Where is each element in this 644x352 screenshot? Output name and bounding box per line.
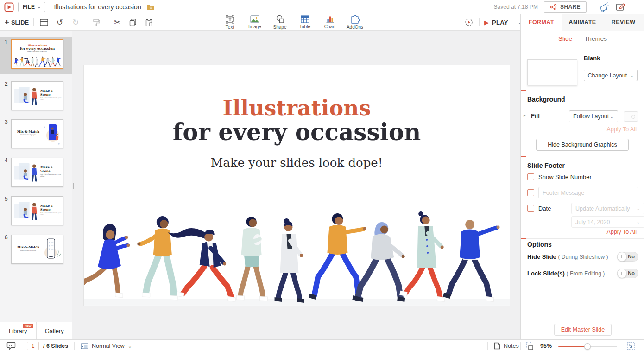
current-slide-input[interactable]: 1 bbox=[27, 342, 39, 350]
edit-master-slide-button[interactable]: Edit Master Slide bbox=[554, 324, 612, 336]
tab-review[interactable]: REVIEW bbox=[603, 14, 644, 31]
footer-message-input[interactable] bbox=[538, 187, 638, 198]
slide-thumbnail-row-3[interactable]: 3 Mix-&-Match Illustrations of people. bbox=[0, 117, 72, 154]
share-button[interactable]: SHARE bbox=[544, 1, 587, 13]
tab-animate[interactable]: ANIMATE bbox=[562, 14, 603, 31]
comments-icon[interactable] bbox=[6, 341, 17, 351]
insert-text-button[interactable]: Text bbox=[217, 14, 242, 31]
view-mode-select[interactable]: Normal View ⌄ bbox=[81, 340, 132, 352]
sidebar-bottom-tabs: Library New Gallery bbox=[0, 322, 72, 339]
slide-number: 4 bbox=[5, 157, 8, 164]
copy-icon[interactable] bbox=[127, 17, 139, 28]
footer-message-checkbox[interactable] bbox=[527, 189, 534, 196]
slide-thumbnail-row-2[interactable]: 2 Make a Scene. Add a bit of ambience to… bbox=[0, 79, 72, 116]
layout-preview[interactable] bbox=[527, 59, 577, 85]
thumb-scene-illustration bbox=[13, 200, 39, 221]
slide-thumbnail[interactable]: Make a Scene. Add a bit of ambience to y… bbox=[11, 158, 63, 187]
tab-format[interactable]: FORMAT bbox=[521, 14, 562, 31]
slide-subtitle[interactable]: Make your slides look dope! bbox=[84, 156, 510, 170]
feedback-icon[interactable] bbox=[616, 3, 625, 12]
thumb-title2: for every occassion bbox=[12, 47, 63, 51]
zoom-slider[interactable] bbox=[558, 346, 617, 347]
editor-canvas[interactable]: Illustrations for every occassion Make y… bbox=[72, 31, 520, 339]
saved-status: Saved at 7:18 PM bbox=[494, 4, 538, 10]
resize-slide-icon[interactable] bbox=[525, 342, 534, 351]
insert-table-button[interactable]: Table bbox=[292, 14, 317, 31]
fit-to-screen-icon[interactable] bbox=[626, 342, 635, 351]
date-mode-select[interactable]: Update Automatically ⌄ bbox=[571, 203, 644, 214]
lock-slide-note: ( From Editing ) bbox=[567, 270, 605, 277]
footer-apply-to-all-link[interactable]: Apply To All bbox=[607, 229, 637, 235]
current-slide[interactable]: Illustrations for every occassion Make y… bbox=[83, 65, 510, 306]
date-value-select[interactable]: July 14, 2020 ⌄ bbox=[571, 216, 644, 228]
slide-thumbnail[interactable]: Make a Scene. Add a bit of ambience to y… bbox=[11, 196, 63, 225]
show-slide-number-checkbox[interactable] bbox=[527, 173, 534, 180]
slide-thumbnail[interactable]: Make a Scene. Add a bit of ambience to y… bbox=[11, 81, 63, 110]
presentation-app: FILE ⌄ Illustrations for every occasion … bbox=[0, 0, 644, 352]
insert-addons-label: AddOns bbox=[347, 25, 363, 30]
panel-resize-handle[interactable] bbox=[72, 181, 76, 191]
thumb-subtitle: Add a bit of ambience to your slides. bbox=[40, 97, 63, 101]
share-label: SHARE bbox=[560, 4, 581, 10]
subtab-themes[interactable]: Themes bbox=[584, 35, 607, 45]
change-layout-button[interactable]: Change Layout ⌄ bbox=[584, 70, 638, 81]
paste-icon[interactable] bbox=[143, 17, 154, 28]
hide-slide-toggle[interactable]: No bbox=[617, 252, 638, 262]
move-to-folder-icon[interactable] bbox=[147, 4, 155, 11]
slide-thumbnail-row-5[interactable]: 5 Make a Scene. Add a bit of ambience to… bbox=[0, 194, 72, 231]
slide-thumbnail[interactable]: Illustrations for every occassion Make y… bbox=[11, 39, 63, 69]
lock-slide-value: No bbox=[628, 270, 635, 276]
insert-shape-label: Shape bbox=[273, 25, 287, 30]
text-icon bbox=[226, 15, 234, 24]
add-slide-button[interactable]: + SLIDE bbox=[5, 19, 29, 26]
date-checkbox[interactable] bbox=[527, 205, 534, 212]
lock-slide-toggle[interactable]: No bbox=[617, 269, 638, 278]
gallery-label: Gallery bbox=[45, 327, 64, 334]
normal-view-icon bbox=[81, 343, 88, 349]
thumb-title: Mix-&-Match bbox=[15, 130, 41, 134]
slide-number: 3 bbox=[5, 119, 8, 125]
zoom-slider-knob[interactable] bbox=[584, 343, 591, 350]
slideshow-settings-icon[interactable] bbox=[463, 17, 474, 28]
redo-icon[interactable]: ↻ bbox=[70, 17, 81, 28]
app-logo-icon[interactable] bbox=[4, 2, 14, 12]
cut-icon[interactable]: ✂ bbox=[112, 17, 123, 28]
change-layout-label: Change Layout bbox=[587, 72, 627, 79]
slide-layout-icon[interactable] bbox=[38, 17, 50, 28]
slide-thumbnail-row-4[interactable]: 4 Make a Scene. Add a bit of ambience to… bbox=[0, 155, 72, 192]
insert-shape-button[interactable]: Shape bbox=[267, 14, 292, 31]
section-divider bbox=[521, 157, 644, 157]
thumb-subtitle: Illustrations of people. bbox=[15, 134, 41, 136]
slide-thumbnail[interactable]: Mix-&-Match Illustrations of people. bbox=[11, 119, 63, 148]
slide-thumbnail[interactable]: Mix-&-Match Illustrations of people. bbox=[11, 235, 63, 264]
hide-background-graphics-button[interactable]: Hide Background Graphics bbox=[536, 139, 629, 151]
fill-color-swatch[interactable] bbox=[624, 111, 638, 122]
insert-addons-button[interactable]: AddOns bbox=[342, 14, 367, 31]
subtab-slide[interactable]: Slide bbox=[558, 35, 572, 45]
slide-title-line2[interactable]: for every occassion bbox=[84, 119, 510, 145]
color-dot-icon bbox=[631, 115, 635, 119]
slide-thumbnail-row-6[interactable]: 6 Mix-&-Match Illustrations of people. bbox=[0, 232, 72, 269]
date-value: July 14, 2020 bbox=[575, 219, 610, 225]
thumb-scene-illustration bbox=[13, 85, 39, 106]
tab-library[interactable]: Library New bbox=[0, 322, 36, 339]
fill-expander-icon[interactable]: ▸ bbox=[524, 113, 526, 118]
fill-type-select[interactable]: Follow Layout ⌄ bbox=[569, 110, 618, 122]
divider bbox=[513, 18, 513, 26]
file-menu-button[interactable]: FILE ⌄ bbox=[18, 2, 45, 12]
undo-icon[interactable]: ↺ bbox=[54, 17, 65, 28]
insert-chart-button[interactable]: Chart bbox=[317, 14, 342, 31]
show-slide-number-label: Show Slide Number bbox=[538, 173, 592, 180]
play-button[interactable]: ▶ PLAY bbox=[484, 19, 508, 26]
tab-gallery[interactable]: Gallery bbox=[36, 322, 73, 339]
slide-thumbnail-row-1[interactable]: 1 Illustrations for every occassion Make… bbox=[0, 37, 72, 74]
document-title[interactable]: Illustrations for every occasion bbox=[54, 3, 141, 11]
announcements-icon[interactable] bbox=[599, 2, 610, 12]
insert-image-button[interactable]: Image bbox=[242, 14, 267, 31]
slide-title-line1[interactable]: Illustrations bbox=[84, 97, 510, 119]
image-icon bbox=[250, 15, 259, 23]
background-apply-to-all-link[interactable]: Apply To All bbox=[607, 126, 637, 133]
format-painter-icon[interactable] bbox=[91, 17, 102, 28]
notes-button[interactable]: Notes bbox=[494, 340, 519, 352]
people-illustration[interactable] bbox=[84, 199, 510, 306]
